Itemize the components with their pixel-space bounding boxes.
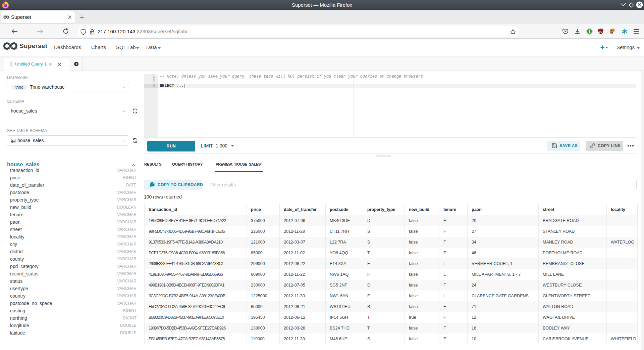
svg-text:uO: uO [599,30,603,33]
